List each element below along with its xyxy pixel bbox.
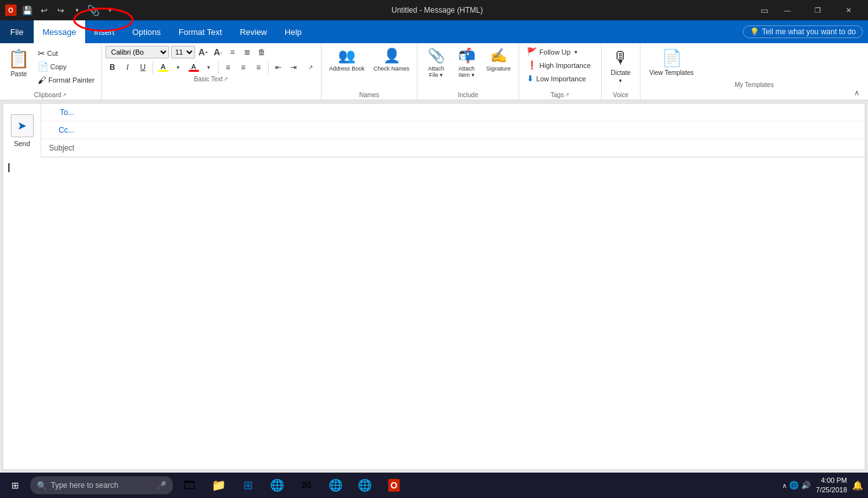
ribbon-collapse-button[interactable]: ∧ bbox=[850, 88, 863, 98]
copy-button[interactable]: 📄 Copy bbox=[35, 60, 97, 73]
start-button[interactable]: ⊞ bbox=[0, 473, 31, 498]
basic-text-more[interactable]: ↗ bbox=[304, 61, 317, 74]
minimize-button[interactable]: — bbox=[773, 0, 802, 20]
exclamation-icon: ❗ bbox=[527, 60, 537, 70]
increase-indent-button[interactable]: ⇥ bbox=[287, 60, 301, 74]
text-highlight-button[interactable]: A bbox=[156, 60, 171, 74]
quick-access-dropdown[interactable]: ▾ bbox=[70, 3, 84, 17]
taskbar: ⊞ 🔍 🎤 🗔 📁 ⊞ 🌐 ✉ 🌐 🌐 O ∧ 🌐 🔊 4:00 PM 7/25… bbox=[0, 473, 868, 498]
send-button[interactable]: Send bbox=[14, 140, 31, 147]
dictate-dropdown[interactable]: ▾ bbox=[619, 77, 622, 84]
high-importance-button[interactable]: ❗ High Importance bbox=[524, 59, 596, 71]
format-text-tab[interactable]: Format Text bbox=[170, 20, 231, 43]
insert-tab[interactable]: Insert bbox=[85, 20, 124, 43]
fontcolor-dropdown[interactable]: ▾ bbox=[203, 61, 215, 74]
clipboard-expander[interactable]: ↗ bbox=[62, 92, 67, 98]
follow-up-dropdown[interactable]: ▾ bbox=[574, 49, 578, 55]
italic-button[interactable]: I bbox=[121, 60, 135, 74]
signature-button[interactable]: ✍ Signature bbox=[482, 46, 515, 74]
mail-button[interactable]: ✉ bbox=[292, 473, 320, 498]
redo-button[interactable]: ↪ bbox=[53, 3, 67, 17]
tell-me-area: 💡 Tell me what you want to do bbox=[743, 20, 868, 43]
tell-me-input[interactable]: 💡 Tell me what you want to do bbox=[743, 25, 863, 38]
message-tab[interactable]: Message bbox=[34, 20, 85, 43]
num-list-button[interactable]: ≣ bbox=[241, 46, 254, 58]
align-center-button[interactable]: ≡ bbox=[236, 60, 250, 74]
check-names-button[interactable]: 👤 Check Names bbox=[370, 46, 414, 74]
search-input[interactable] bbox=[51, 481, 153, 490]
cut-button[interactable]: ✂ Cut bbox=[35, 47, 97, 60]
cc-label[interactable]: Cc... bbox=[41, 126, 79, 135]
bullet-list-button[interactable]: ≡ bbox=[226, 46, 239, 58]
decrease-font-button[interactable]: A- bbox=[212, 46, 224, 58]
close-button[interactable]: ✕ bbox=[834, 0, 863, 20]
bold-button[interactable]: B bbox=[105, 60, 119, 74]
font-family-select[interactable]: Calibri (Bo bbox=[105, 46, 169, 58]
help-tab[interactable]: Help bbox=[276, 20, 311, 43]
subject-input[interactable] bbox=[79, 144, 865, 152]
compose-body[interactable] bbox=[3, 158, 865, 469]
ribbon-display-options[interactable]: ▭ bbox=[757, 3, 771, 17]
align-left-button[interactable]: ≡ bbox=[221, 60, 235, 74]
align-right-button[interactable]: ≡ bbox=[252, 60, 266, 74]
paperclip-dropdown[interactable]: ▾ bbox=[103, 3, 117, 17]
store-button[interactable]: ⊞ bbox=[234, 473, 262, 498]
undo-button[interactable]: ↩ bbox=[37, 3, 51, 17]
ie-button[interactable]: 🌐 bbox=[351, 473, 379, 498]
file-tab[interactable]: File bbox=[0, 20, 34, 43]
decrease-indent-button[interactable]: ⇤ bbox=[271, 60, 285, 74]
to-input[interactable] bbox=[79, 108, 865, 117]
to-label[interactable]: To... bbox=[41, 108, 79, 117]
review-tab[interactable]: Review bbox=[231, 20, 276, 43]
cc-input[interactable] bbox=[79, 126, 865, 135]
signature-icon: ✍ bbox=[490, 48, 507, 64]
follow-up-button[interactable]: 🚩 Follow Up ▾ bbox=[524, 46, 596, 58]
format-painter-label: Format Painter bbox=[48, 76, 95, 84]
check-names-icon: 👤 bbox=[383, 48, 400, 64]
low-importance-button[interactable]: ⬇ Low Importance bbox=[524, 72, 596, 84]
browser-button[interactable]: 🌐 bbox=[263, 473, 291, 498]
network-icon[interactable]: 🌐 bbox=[789, 481, 799, 490]
send-icon-box[interactable]: ➤ bbox=[11, 114, 34, 137]
clock[interactable]: 4:00 PM 7/25/2018 bbox=[816, 476, 847, 495]
include-label: Include bbox=[421, 90, 515, 98]
edge-button[interactable]: 🌐 bbox=[322, 473, 349, 498]
volume-icon[interactable]: 🔊 bbox=[801, 481, 811, 490]
basic-text-expander[interactable]: ↗ bbox=[224, 76, 228, 82]
increase-font-button[interactable]: A+ bbox=[197, 46, 210, 58]
view-templates-button[interactable]: 📄 View Templates bbox=[646, 46, 698, 79]
clipboard-label: Clipboard ↗ bbox=[4, 90, 97, 98]
highlight-dropdown[interactable]: ▾ bbox=[172, 61, 185, 74]
attach-item-button[interactable]: 📬 AttachItem ▾ bbox=[452, 46, 481, 80]
attach-file-button[interactable]: 📎 AttachFile ▾ bbox=[421, 46, 451, 80]
file-explorer-button[interactable]: 📁 bbox=[205, 473, 233, 498]
save-button[interactable]: 💾 bbox=[20, 3, 34, 17]
format-painter-button[interactable]: 🖌 Format Painter bbox=[35, 74, 97, 86]
clear-format-button[interactable]: 🗑 bbox=[255, 46, 268, 58]
outlook-taskbar-button[interactable]: O bbox=[380, 473, 408, 498]
tags-expander[interactable]: ↗ bbox=[565, 92, 569, 98]
menu-bar: File Message Insert Options Format Text … bbox=[0, 20, 868, 43]
paste-button[interactable]: 📋 Paste bbox=[4, 46, 34, 80]
paste-icon: 📋 bbox=[8, 48, 30, 69]
font-size-select[interactable]: 11 bbox=[171, 46, 195, 58]
restore-button[interactable]: ❐ bbox=[803, 0, 832, 20]
notification-icon[interactable]: 🔔 bbox=[852, 480, 863, 490]
clipboard-group: 📋 Paste ✂ Cut 📄 Copy 🖌 Format Painter bbox=[0, 43, 102, 100]
task-view-button[interactable]: 🗔 bbox=[175, 473, 203, 498]
font-color-button[interactable]: A bbox=[186, 60, 201, 74]
clock-time: 4:00 PM bbox=[816, 476, 847, 485]
dictate-button[interactable]: 🎙 Dictate ▾ bbox=[607, 46, 635, 86]
paperclip-button[interactable]: 📎 bbox=[86, 3, 100, 17]
underline-button[interactable]: U bbox=[136, 60, 150, 74]
chevron-up-icon[interactable]: ∧ bbox=[782, 482, 787, 489]
options-tab[interactable]: Options bbox=[123, 20, 170, 43]
window-title: Untitled - Message (HTML) bbox=[117, 6, 757, 15]
subject-label: Subject bbox=[41, 144, 79, 152]
address-book-button[interactable]: 👥 Address Book bbox=[325, 46, 369, 74]
voice-label: Voice bbox=[607, 90, 635, 98]
cut-label: Cut bbox=[47, 50, 58, 57]
follow-up-label: Follow Up bbox=[539, 48, 571, 56]
search-bar[interactable]: 🔍 🎤 bbox=[31, 476, 173, 494]
cortana-mic-icon[interactable]: 🎤 bbox=[156, 481, 166, 490]
